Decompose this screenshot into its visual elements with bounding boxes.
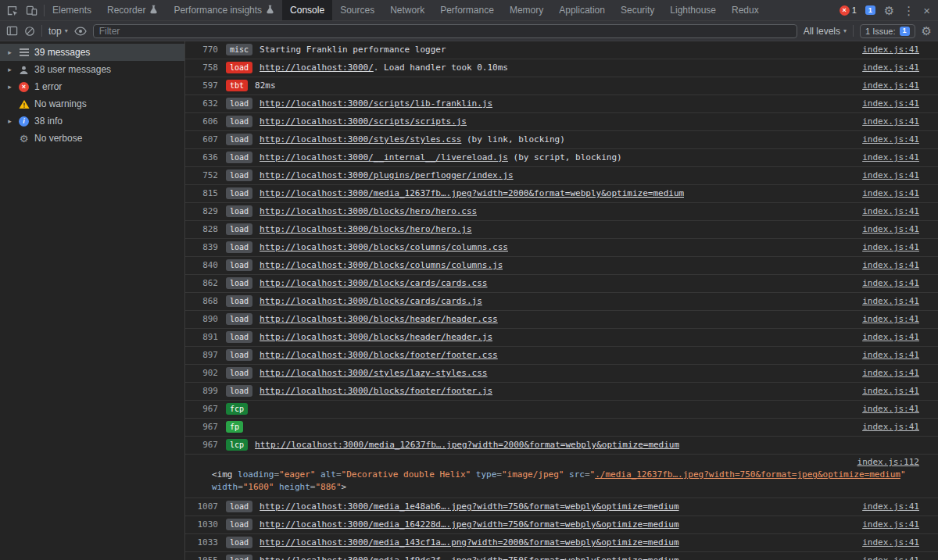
message-link[interactable]: http://localhost:3000/__internal__/liver…: [260, 152, 508, 162]
source-link[interactable]: index.js:41: [862, 170, 919, 180]
console-settings-gear-icon[interactable]: ⚙: [922, 25, 932, 37]
source-link[interactable]: index.js:41: [862, 278, 919, 288]
settings-gear-icon[interactable]: ⚙: [884, 5, 894, 16]
console-row: 597tbt82msindex.js:41: [185, 77, 938, 95]
close-icon[interactable]: ×: [923, 5, 930, 16]
message-link[interactable]: http://localhost:3000/: [260, 62, 374, 73]
source-link[interactable]: index.js:41: [862, 537, 919, 548]
source-link[interactable]: index.js:41: [862, 224, 919, 234]
source-link[interactable]: index.js:41: [862, 350, 919, 360]
message-link[interactable]: http://localhost:3000/blocks/cards/cards…: [260, 278, 487, 288]
tab-performance-insights[interactable]: Performance insights: [166, 0, 282, 20]
tab-lighthouse[interactable]: Lighthouse: [662, 0, 724, 20]
error-count-badge[interactable]: × 1: [840, 5, 857, 16]
device-toolbar-icon[interactable]: [26, 5, 38, 16]
sidebar-item-38-user-messages[interactable]: ▸38 user messages: [0, 61, 184, 78]
message-link[interactable]: http://localhost:3000/blocks/hero/hero.j…: [260, 224, 472, 234]
message-link[interactable]: http://localhost:3000/blocks/columns/col…: [260, 260, 503, 270]
context-selector[interactable]: top ▾: [48, 26, 68, 37]
sidebar-item-label: 38 info: [34, 116, 63, 127]
message-link[interactable]: http://localhost:3000/media_143cf1a….png…: [260, 537, 678, 548]
message-link[interactable]: http://localhost:3000/blocks/header/head…: [260, 332, 492, 342]
sidebar-item-39-messages[interactable]: ▸39 messages: [0, 44, 184, 61]
disclosure-triangle-icon[interactable]: ▸: [6, 48, 13, 56]
source-link[interactable]: index.js:41: [862, 555, 919, 560]
sidebar-item-no-warnings[interactable]: No warnings: [0, 95, 184, 112]
source-link[interactable]: index.js:41: [862, 134, 919, 144]
source-link[interactable]: index.js:112: [857, 457, 919, 467]
source-link[interactable]: index.js:41: [862, 116, 919, 127]
tab-performance[interactable]: Performance: [432, 0, 502, 20]
disclosure-triangle-icon[interactable]: ▸: [6, 83, 13, 91]
metric-badge: load: [226, 349, 252, 361]
disclosure-triangle-icon[interactable]: ▸: [6, 66, 13, 73]
message-link[interactable]: http://localhost:3000/media_12637fb….jpe…: [255, 440, 679, 450]
message-link[interactable]: http://localhost:3000/blocks/header/head…: [260, 314, 498, 324]
source-link[interactable]: index.js:41: [862, 386, 919, 396]
tab-network[interactable]: Network: [382, 0, 432, 20]
source-link[interactable]: index.js:41: [862, 260, 919, 270]
source-link[interactable]: index.js:41: [862, 45, 919, 55]
message-link[interactable]: http://localhost:3000/blocks/hero/hero.c…: [260, 206, 477, 216]
tab-redux[interactable]: Redux: [724, 0, 767, 20]
message-link[interactable]: http://localhost:3000/media_1e48ab6….jpe…: [260, 501, 678, 512]
message: http://localhost:3000/media_164228d….jpe…: [260, 519, 678, 531]
tab-elements[interactable]: Elements: [45, 0, 99, 20]
disclosure-triangle-icon[interactable]: ▸: [6, 117, 13, 125]
issues-count-badge[interactable]: 1: [865, 5, 875, 15]
source-link[interactable]: index.js:41: [862, 242, 919, 252]
tab-memory[interactable]: Memory: [502, 0, 551, 20]
message-link[interactable]: http://localhost:3000/styles/lazy-styles…: [260, 368, 487, 378]
message-link[interactable]: http://localhost:3000/styles/styles.css: [260, 134, 461, 144]
more-options-kebab-icon[interactable]: ⋮: [903, 5, 915, 16]
source-link[interactable]: index.js:41: [862, 80, 919, 91]
message-link[interactable]: http://localhost:3000/media_164228d….jpe…: [260, 519, 678, 530]
sidebar-item-38-info[interactable]: ▸i38 info: [0, 112, 184, 130]
source-link[interactable]: index.js:41: [862, 501, 919, 512]
source-link[interactable]: index.js:41: [862, 404, 919, 414]
message-link[interactable]: http://localhost:3000/blocks/cards/cards…: [260, 296, 482, 306]
clear-console-icon[interactable]: [24, 26, 35, 37]
message-link[interactable]: http://localhost:3000/blocks/columns/col…: [260, 242, 508, 252]
tab-security[interactable]: Security: [613, 0, 662, 20]
inspect-element-icon[interactable]: [6, 5, 18, 16]
source-link[interactable]: index.js:41: [862, 519, 919, 530]
message-link[interactable]: http://localhost:3000/blocks/footer/foot…: [260, 386, 492, 396]
attribute-name: alt: [315, 469, 336, 480]
source-link[interactable]: index.js:41: [862, 296, 919, 306]
message-link[interactable]: http://localhost:3000/blocks/footer/foot…: [260, 350, 498, 360]
source-link[interactable]: index.js:41: [862, 368, 919, 378]
tab-label: Recorder: [107, 5, 145, 16]
live-expression-eye-icon[interactable]: [74, 27, 87, 36]
attribute-value-link[interactable]: ./media_12637fb….jpeg?width=750&format=j…: [595, 469, 900, 480]
metric-badge: load: [226, 62, 252, 73]
tab-application[interactable]: Application: [551, 0, 613, 20]
source-link[interactable]: index.js:41: [862, 152, 919, 162]
source-link[interactable]: index.js:41: [862, 332, 919, 342]
log-level-selector[interactable]: All levels ▾: [804, 26, 847, 37]
sidebar-item-1-error[interactable]: ▸×1 error: [0, 78, 184, 95]
message-link[interactable]: http://localhost:3000/scripts/scripts.js: [260, 116, 467, 127]
source-link[interactable]: index.js:41: [862, 188, 919, 198]
tab-recorder[interactable]: Recorder: [99, 0, 166, 20]
issues-bubble-icon: 1: [900, 27, 910, 36]
tab-label: Console: [290, 5, 324, 16]
message-link[interactable]: http://localhost:3000/media_1f9dc2f….jpe…: [260, 555, 678, 560]
source-link[interactable]: index.js:41: [862, 62, 919, 73]
console-sidebar: ▸39 messages▸38 user messages▸×1 errorNo…: [0, 41, 185, 560]
console-row: 899loadhttp://localhost:3000/blocks/foot…: [185, 383, 938, 401]
message-link[interactable]: http://localhost:3000/media_12637fb….jpe…: [260, 188, 684, 198]
message-link[interactable]: http://localhost:3000/plugins/perflogger…: [260, 170, 514, 180]
source-link[interactable]: index.js:41: [862, 206, 919, 216]
console-sidebar-toggle-icon[interactable]: [6, 25, 18, 37]
filter-input[interactable]: [93, 24, 797, 38]
sidebar-item-no-verbose[interactable]: ⚙No verbose: [0, 130, 184, 147]
tab-sources[interactable]: Sources: [332, 0, 382, 20]
message-link[interactable]: http://localhost:3000/scripts/lib-frankl…: [260, 98, 492, 109]
source-link[interactable]: index.js:41: [862, 98, 919, 109]
source: index.js:41: [853, 501, 919, 513]
issues-button[interactable]: 1 Issue: 1: [860, 24, 915, 38]
source-link[interactable]: index.js:41: [862, 314, 919, 324]
tab-console[interactable]: Console: [282, 0, 332, 20]
source-link[interactable]: index.js:41: [862, 422, 919, 432]
